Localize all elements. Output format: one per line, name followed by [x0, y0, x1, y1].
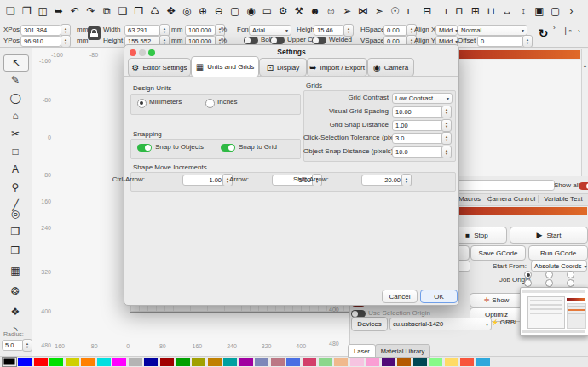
palette-swatch[interactable] [129, 358, 142, 366]
job-origin-radio[interactable] [567, 279, 574, 287]
array-tool[interactable]: ▦ [0, 263, 31, 278]
palette-swatch[interactable] [413, 358, 427, 366]
user-icon[interactable]: ☺ [324, 3, 338, 19]
palette-swatch[interactable] [476, 358, 490, 366]
start-button[interactable]: ▶ Start [510, 227, 588, 244]
palette-swatch[interactable] [97, 358, 111, 366]
palette-swatch[interactable] [350, 358, 364, 366]
copy-special-icon[interactable]: ⧉ [100, 3, 114, 19]
palette-swatch[interactable] [255, 358, 268, 366]
show-all-toggle[interactable] [579, 182, 588, 190]
align-center-h-icon[interactable]: ⊟ [420, 3, 435, 19]
devices-button[interactable]: Devices [351, 317, 388, 331]
object-snap-distance-field[interactable]: 10.0 [392, 146, 444, 158]
lock-aspect-icon[interactable] [88, 26, 101, 40]
edit-nodes-tool[interactable]: ✂ [0, 126, 31, 141]
job-origin-radio[interactable] [567, 271, 574, 278]
palette-swatch[interactable] [445, 358, 458, 366]
tab-units-grids[interactable]: ▦Units and Grids [191, 56, 259, 77]
ungroup-icon[interactable]: ▢ [548, 3, 562, 19]
palette-swatch[interactable] [34, 358, 48, 366]
palette-swatch[interactable] [49, 358, 63, 366]
palette-swatch[interactable] [66, 358, 79, 366]
align-right-icon[interactable]: ⊐ [436, 3, 451, 19]
copy-icon[interactable]: ❑ [116, 3, 130, 19]
palette-swatch[interactable] [192, 358, 205, 366]
frame-selection-icon[interactable]: ▢ [228, 3, 242, 19]
cancel-button[interactable]: Cancel [382, 290, 418, 303]
palette-swatch[interactable] [18, 358, 32, 366]
overflow-icon[interactable]: › [564, 3, 579, 19]
run-gcode-button[interactable]: Run GCode [528, 245, 588, 261]
paste-icon[interactable]: ❒ [131, 3, 146, 19]
palette-swatch[interactable] [460, 358, 474, 366]
hspace-field[interactable]: 0.00 [383, 25, 407, 36]
weld-tool[interactable]: ❖ [0, 304, 31, 319]
palette-swatch[interactable] [429, 358, 442, 366]
ypos-field[interactable]: 96.910 [20, 36, 61, 47]
preview-icon[interactable]: ▭ [260, 3, 274, 19]
save-icon[interactable]: ◫ [36, 3, 50, 19]
tab-editor-settings[interactable]: ⚙Editor Settings [128, 58, 191, 77]
visual-grid-spacing-field[interactable]: 10.00 [392, 106, 444, 118]
text-height-field-spinner[interactable] [343, 24, 354, 37]
zoom-in-icon[interactable]: ⊕ [196, 3, 210, 19]
tab-import-export[interactable]: ➥Import / Export [307, 58, 367, 77]
panel-tab-material-library[interactable]: Material Library [375, 344, 430, 358]
toolbar-overflow2-icon[interactable]: › [578, 27, 580, 35]
group-icon[interactable]: ▣ [532, 3, 546, 19]
screenshot-thumbnail[interactable] [520, 287, 588, 336]
job-origin-radio[interactable] [545, 279, 553, 287]
console-tab-camera-control[interactable]: Camera Control [487, 195, 535, 203]
save-gcode-button[interactable]: Save GCode [470, 245, 526, 261]
palette-swatch[interactable] [81, 358, 95, 366]
bold-toggle[interactable] [244, 37, 258, 44]
import-icon[interactable]: ➥ [51, 3, 66, 19]
welded-toggle[interactable] [312, 37, 326, 44]
object-snap-distance-spinner[interactable] [441, 146, 452, 158]
radius-field[interactable]: 5.0 [2, 340, 24, 351]
panel-tab-laser[interactable]: Laser [348, 344, 376, 358]
text-tool[interactable]: A [0, 162, 31, 177]
shift-arrow-spinner[interactable] [401, 174, 412, 186]
distort-icon[interactable]: ❘▫ [562, 26, 572, 35]
offset-field[interactable]: 0 [477, 36, 523, 47]
text-height-field[interactable]: 15.46 [314, 25, 344, 36]
tab-display[interactable]: ⊡Display [259, 58, 307, 77]
zoom-selection-icon[interactable]: ◎ [180, 3, 194, 19]
distribute-h-icon[interactable]: ↔ [500, 3, 515, 19]
palette-swatch[interactable] [223, 358, 237, 366]
send-icon[interactable]: ➢ [340, 3, 355, 19]
click-selection-tolerance-spinner[interactable] [441, 132, 452, 145]
console-tab-macros[interactable]: Macros [458, 195, 481, 203]
users-icon[interactable]: ☻ [308, 3, 322, 19]
font-dropdown[interactable]: Arial▾ [249, 25, 291, 36]
radius-spinner[interactable] [22, 339, 32, 352]
palette-swatch[interactable] [334, 358, 348, 366]
offset-shapes-tool[interactable]: ◎ [0, 206, 31, 221]
undo-icon[interactable]: ↶ [67, 3, 82, 19]
palette-swatch[interactable] [112, 358, 126, 366]
align-middle-icon[interactable]: ⊞ [468, 3, 482, 19]
design-units-radio[interactable] [137, 99, 147, 108]
job-origin-radio[interactable] [524, 279, 532, 287]
palette-swatch[interactable] [271, 358, 285, 366]
center-target-icon[interactable]: ☉ [388, 3, 402, 19]
open-file-icon[interactable]: ❐ [20, 3, 34, 19]
width-field[interactable]: 63.291 [124, 25, 160, 36]
ypos-field-spinner[interactable] [61, 35, 71, 48]
settings-icon[interactable]: ⚙ [276, 3, 291, 19]
rectangle-tool[interactable]: □ [0, 144, 31, 159]
palette-swatch[interactable] [3, 358, 16, 366]
visual-grid-spacing-spinner[interactable] [441, 106, 452, 118]
style-dropdown[interactable]: Normal▾ [458, 25, 527, 36]
job-origin-radio[interactable] [524, 271, 532, 278]
offset-field-spinner[interactable] [522, 35, 533, 48]
device-settings-icon[interactable]: ⚒ [291, 3, 306, 19]
position-laser-tool[interactable]: ⚲ [0, 180, 31, 195]
grid-snap-distance-spinner[interactable] [441, 119, 452, 132]
ok-button[interactable]: OK [420, 290, 458, 303]
upper-case-toggle[interactable] [270, 37, 285, 44]
snap-toggle[interactable] [221, 144, 235, 152]
pan-icon[interactable]: ✥ [164, 3, 178, 19]
